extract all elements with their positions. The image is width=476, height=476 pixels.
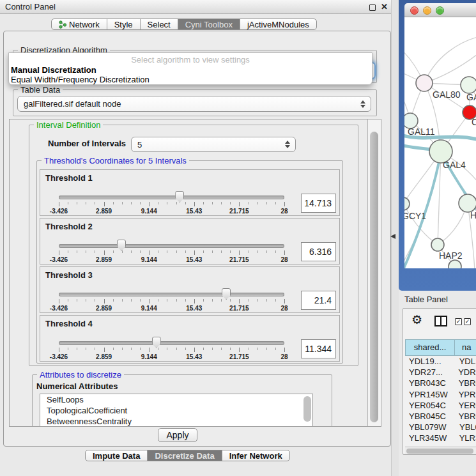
network-node[interactable] xyxy=(449,260,461,268)
tab-network[interactable]: Network xyxy=(52,19,107,29)
table-row[interactable]: YBL079WYBL0 xyxy=(405,422,476,433)
network-node-label: GA xyxy=(466,92,476,102)
algorithm-dropdown-popup: Select algorithm to view settings Manual… xyxy=(8,52,372,85)
attribute-list-item[interactable]: TopologicalCoefficient xyxy=(40,405,312,416)
table-row[interactable]: YDL19...YDL1 xyxy=(405,356,476,367)
network-node-label: C xyxy=(472,117,476,127)
table-cell: YDR2 xyxy=(455,367,476,378)
tick-label: 15.43 xyxy=(186,305,202,312)
tab-select[interactable]: Select xyxy=(141,19,178,29)
close-traffic-light[interactable] xyxy=(410,6,418,15)
table-horizontal-scrollbar[interactable] xyxy=(405,447,476,454)
slider-thumb[interactable] xyxy=(117,240,126,251)
table-cell: YLR345W xyxy=(405,433,456,443)
table-cell: YBR045C xyxy=(405,411,456,422)
tick-label: 28 xyxy=(280,208,288,215)
tab-jactivemnodules-label: jActiveMNodules xyxy=(247,20,309,29)
tab-jactivemnodules[interactable]: jActiveMNodules xyxy=(240,19,316,29)
float-window-icon[interactable] xyxy=(369,4,376,11)
tab-cyni-toolbox[interactable]: Cyni Toolbox xyxy=(178,19,240,29)
number-of-intervals-combobox[interactable]: 5 xyxy=(131,137,296,152)
network-node[interactable] xyxy=(404,197,410,210)
table-row[interactable]: YDR27...YDR2 xyxy=(405,367,476,378)
threshold-value-field[interactable]: 6.316 xyxy=(301,242,336,261)
slider-thumb[interactable] xyxy=(152,337,161,348)
slider-major-ticks xyxy=(59,202,285,206)
table-cell: YBL079W xyxy=(405,422,456,433)
network-node[interactable] xyxy=(431,238,444,251)
slider-track[interactable] xyxy=(59,196,284,199)
settings-scrollbar-thumb[interactable] xyxy=(370,132,378,422)
attribute-items: SelfLoopsTopologicalCoefficientBetweenne… xyxy=(40,394,312,427)
table-row[interactable]: YBR045CYBR0 xyxy=(405,411,476,422)
combo-stepper-icon xyxy=(285,141,290,148)
tab-infer-network[interactable]: Infer Network xyxy=(222,450,289,461)
tick-label: 21.715 xyxy=(229,256,249,263)
column-header-name[interactable]: na xyxy=(455,339,476,356)
table-hscrollbar-thumb[interactable] xyxy=(406,449,473,454)
tick-label: 2.859 xyxy=(96,353,112,360)
slider-thumb[interactable] xyxy=(175,191,184,203)
table-row[interactable]: YBR043CYBR0 xyxy=(405,378,476,388)
attribute-list-item[interactable]: BetweennessCentrality xyxy=(40,416,312,427)
tab-style[interactable]: Style xyxy=(107,19,141,29)
tick-label: 28 xyxy=(280,353,288,360)
columns-icon[interactable] xyxy=(434,316,447,326)
slider-thumb[interactable] xyxy=(222,288,231,300)
attributes-list-scrollbar[interactable] xyxy=(303,396,311,422)
tab-select-label: Select xyxy=(148,20,171,29)
popup-option-manual-discretization[interactable]: Manual Discretization xyxy=(11,65,96,75)
table-header: shared... na xyxy=(405,339,476,356)
mouse-cursor xyxy=(390,234,395,239)
number-of-intervals-label: Number of Intervals xyxy=(48,139,126,148)
network-window-titlebar[interactable] xyxy=(404,3,476,17)
tab-impute-data[interactable]: Impute Data xyxy=(86,450,148,461)
settings-scrollpane: Interval Definition Number of Intervals … xyxy=(9,119,381,427)
table-cell: YBR0 xyxy=(456,411,476,422)
tick-label: 15.43 xyxy=(186,256,202,263)
close-icon[interactable]: ✕ xyxy=(381,2,388,12)
settings-vertical-scrollbar[interactable] xyxy=(367,119,381,426)
slider-track[interactable] xyxy=(59,341,284,345)
network-node[interactable] xyxy=(459,194,476,212)
network-node[interactable] xyxy=(461,77,476,93)
table-row[interactable]: YER054CYER0 xyxy=(405,400,476,411)
apply-button[interactable]: Apply xyxy=(158,428,197,442)
network-node[interactable] xyxy=(416,75,433,91)
checkbox-icon[interactable]: ✓ xyxy=(455,318,462,325)
tab-network-label: Network xyxy=(69,20,100,29)
tick-label: 9.144 xyxy=(141,353,157,360)
table-cell: YLR3 xyxy=(456,433,476,443)
threshold-value-field[interactable]: 14.713 xyxy=(301,194,336,213)
slider-major-ticks xyxy=(59,250,285,255)
control-panel-title: Control Panel xyxy=(5,2,56,12)
slider-track[interactable] xyxy=(59,244,284,248)
network-node-label: HAP2 xyxy=(439,250,463,261)
tab-cyni-toolbox-label: Cyni Toolbox xyxy=(185,20,233,29)
tab-discretize-data[interactable]: Discretize Data xyxy=(148,450,222,461)
table-row[interactable]: YPR145WYPR1 xyxy=(405,389,476,400)
threshold-value-field[interactable]: 11.344 xyxy=(301,339,336,358)
tick-label: -3.426 xyxy=(50,353,68,360)
table-data-group-title: Table Data xyxy=(18,85,63,95)
checkbox-icon[interactable]: ✓ xyxy=(464,318,471,325)
table-row[interactable]: YLR345WYLR3 xyxy=(405,433,476,443)
threshold-label: Threshold 1 xyxy=(45,173,93,183)
zoom-traffic-light[interactable] xyxy=(436,6,444,15)
attributes-group-title: Attributes to discretize xyxy=(37,370,124,380)
table-cell: YPR145W xyxy=(405,389,456,400)
number-of-intervals-value: 5 xyxy=(137,140,142,150)
network-canvas[interactable]: GAL80GACGAL11GAL4GCY1HHAP2 xyxy=(404,17,476,268)
tick-label: 2.859 xyxy=(96,208,112,215)
gear-icon[interactable]: ⚙ xyxy=(411,314,422,326)
threshold-panel: Threshold 1-3.4262.8599.14415.4321.71528… xyxy=(40,169,340,216)
threshold-value-field[interactable]: 21.4 xyxy=(301,291,336,310)
table-data-combobox[interactable]: galFiltered.sif default node xyxy=(17,96,371,112)
slider-track[interactable] xyxy=(59,293,284,296)
attribute-list-item[interactable]: SelfLoops xyxy=(40,394,312,405)
popup-option-equal-width-frequency[interactable]: Equal Width/Frequency Discretization xyxy=(11,75,150,84)
tick-label: -3.426 xyxy=(50,305,68,312)
minimize-traffic-light[interactable] xyxy=(423,6,431,15)
tick-label: 9.144 xyxy=(141,305,157,312)
column-header-shared-name[interactable]: shared... xyxy=(405,339,455,356)
